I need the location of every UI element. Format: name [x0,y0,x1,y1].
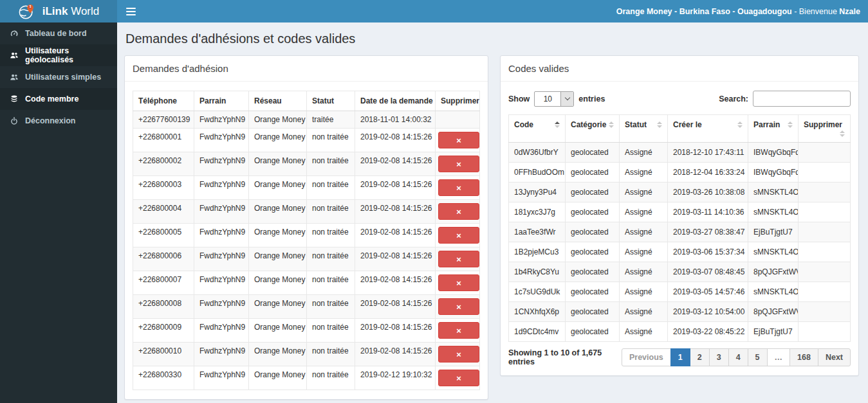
cell-parrain: sMNSKTL4OR [748,202,799,222]
sidebar-item-tableau-de-bord[interactable]: Tableau de bord [0,22,117,44]
delete-button[interactable]: × [438,322,479,339]
table-row: 1CNXhfqX6p geolocated Assigné 2019-03-12… [509,302,851,322]
search-input[interactable] [753,91,851,107]
cell-telephone: +22677600139 [133,111,194,129]
pagination: Previous12345…168Next [622,348,851,366]
sidebar-item-utilisateurs-geolocalises[interactable]: Utilisateurs géolocalisés [0,44,117,66]
cell-categorie: geolocated [566,143,620,163]
page-button[interactable]: 3 [709,348,729,366]
cell-supprimer [799,202,851,222]
cell-reseau: Orange Money [249,295,307,319]
page-button[interactable]: … [767,348,791,366]
dashboard-icon [10,29,19,38]
cell-statut: non traitée [307,129,355,152]
city-label: Ouagadougou [737,7,792,16]
delete-button[interactable]: × [438,251,479,267]
cell-parrain: FwdhzYphN9 [194,271,249,295]
cell-supprimer [799,163,851,183]
cell-date: 2019-03-27 08:38:47 [668,222,748,242]
sort-icon [609,121,614,128]
delete-button[interactable]: × [438,298,479,315]
column-header[interactable]: Supprimer [799,115,851,143]
sort-icon [555,121,560,128]
page-length-select[interactable]: 10 [534,91,574,107]
delete-button[interactable]: × [438,370,479,386]
sidebar-toggle-button[interactable] [117,0,144,22]
page-button[interactable]: 2 [690,348,710,366]
table-row: +226800010 FwdhzYphN9 Orange Money non t… [133,343,480,366]
cell-parrain: FwdhzYphN9 [194,295,249,319]
cell-code: 1b4RkyC8Yu [509,262,566,282]
cell-supprimer: × [436,271,480,295]
cell-supprimer: × [436,176,480,200]
sidebar-item-label: Utilisateurs simples [25,73,101,82]
page-button[interactable]: 5 [748,348,768,366]
delete-button[interactable]: × [438,203,479,220]
sidebar-item-code-membre[interactable]: Code membre [0,88,117,110]
sidebar-item-label: Déconnexion [25,116,76,125]
cell-telephone: +226800005 [133,224,194,247]
sidebar-item-utilisateurs-simples[interactable]: Utilisateurs simples [0,66,117,88]
cell-categorie: geolocated [566,202,620,222]
cell-categorie: geolocated [566,183,620,202]
cell-date: 2019-02-08 14:15:26 [355,152,436,176]
delete-button[interactable]: × [438,346,479,363]
requests-table: TéléphoneParrainRéseauStatutDate de la d… [133,91,480,390]
table-row: 1c7sUG9dUk geolocated Assigné 2019-03-05… [509,282,851,302]
table-row: +226800003 FwdhzYphN9 Orange Money non t… [133,176,480,200]
cell-parrain: FwdhzYphN9 [194,129,249,152]
delete-button[interactable]: × [438,179,479,196]
country-label: Burkina Faso [679,7,730,16]
power-icon [10,116,19,125]
cell-supprimer: × [436,343,480,366]
delete-button[interactable]: × [438,132,479,148]
cell-parrain: 8pQJGFxtWV [748,302,799,322]
table-row: 181yxc3J7g geolocated Assigné 2019-03-11… [509,202,851,222]
cell-supprimer: × [436,319,480,343]
column-header[interactable]: Code [509,115,566,143]
requests-panel: Demandes d'adhésion TéléphoneParrainRése… [124,55,488,400]
cell-code: 1CNXhfqX6p [509,302,566,322]
page-button[interactable]: Next [818,348,851,366]
cell-parrain: IBWqyGbqFd [748,143,799,163]
table-row: 13Jyny3Pu4 geolocated Assigné 2019-03-26… [509,183,851,202]
svg-text:$: $ [29,4,31,8]
delete-button[interactable]: × [438,156,479,172]
column-header: Date de la demande [355,91,436,111]
cell-date: 2019-03-07 08:48:45 [668,262,748,282]
cell-parrain: FwdhzYphN9 [194,111,249,129]
cell-date: 2019-02-08 14:15:26 [355,319,436,343]
cell-telephone: +226800006 [133,247,194,271]
cell-supprimer: × [436,247,480,271]
brand-title: iLink World [42,5,99,18]
delete-button[interactable]: × [438,227,479,244]
cell-statut: Assigné [620,282,668,302]
cell-date: 2019-03-11 14:10:36 [668,202,748,222]
cell-parrain: sMNSKTL4OR [748,183,799,202]
cell-categorie: geolocated [566,222,620,242]
page-button[interactable]: 4 [728,348,748,366]
cell-reseau: Orange Money [249,247,307,271]
page-button[interactable]: 168 [790,348,818,366]
column-header[interactable]: Créer le [668,115,748,143]
sidebar-item-deconnexion[interactable]: Déconnexion [0,110,117,132]
cell-reseau: Orange Money [249,111,307,129]
column-header[interactable]: Catégorie [566,115,620,143]
codes-panel: Codes valides Show 10 entries Search: [500,55,859,376]
page-button[interactable]: 1 [670,348,690,366]
column-header[interactable]: Parrain [748,115,799,143]
page-button[interactable]: Previous [622,348,671,366]
cell-supprimer [799,222,851,242]
cell-parrain: sMNSKTL4OR [748,242,799,262]
sort-icon [657,121,662,128]
table-row: +226800009 FwdhzYphN9 Orange Money non t… [133,319,480,343]
table-row: 1b4RkyC8Yu geolocated Assigné 2019-03-07… [509,262,851,282]
delete-button[interactable]: × [438,274,479,291]
cell-statut: non traitée [307,152,355,176]
codes-table: Code Catégorie Statut Créer le Parrain S… [508,114,851,342]
table-row: +226800001 FwdhzYphN9 Orange Money non t… [133,129,480,152]
username-label: Nzale [839,7,860,16]
column-header[interactable]: Statut [620,115,668,143]
cell-supprimer [799,242,851,262]
cell-statut: Assigné [620,202,668,222]
